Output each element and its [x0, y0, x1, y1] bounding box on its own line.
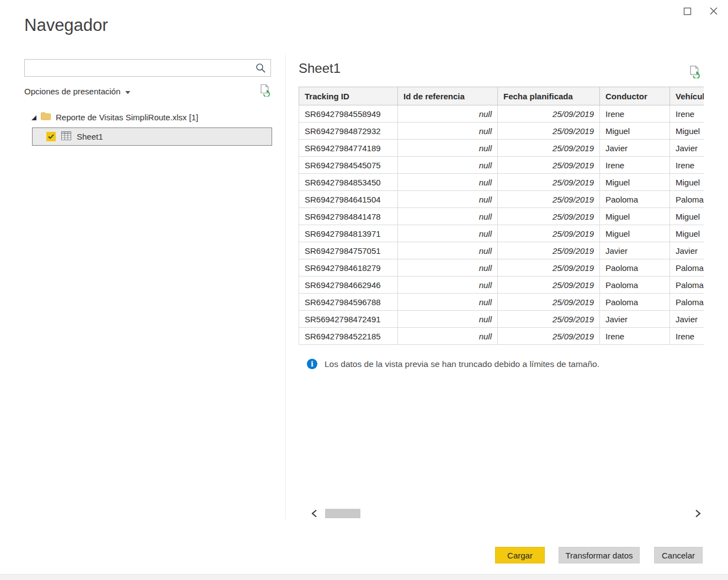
table-cell: null	[398, 105, 498, 123]
table-cell: 25/09/2019	[498, 123, 600, 140]
table-cell: Miguel	[600, 208, 670, 225]
search-icon[interactable]	[255, 62, 267, 76]
column-header[interactable]: Id de referencia	[398, 87, 498, 105]
table-cell: null	[398, 276, 498, 294]
table-cell: null	[398, 123, 498, 140]
tree-item-sheet1[interactable]: Sheet1	[32, 127, 272, 146]
preview-title: Sheet1	[299, 61, 341, 76]
table-cell: Javier	[600, 311, 670, 328]
table-cell: null	[398, 157, 498, 174]
table-cell: 25/09/2019	[498, 328, 600, 345]
table-cell: Javier	[670, 242, 704, 259]
table-row[interactable]: SR69427984774189null25/09/2019JavierJavi…	[299, 140, 704, 157]
horizontal-scrollbar	[299, 508, 703, 519]
table-cell: Paloma	[670, 191, 704, 208]
cancel-button[interactable]: Cancelar	[654, 547, 703, 563]
options-row: Opciones de presentación	[24, 84, 271, 98]
table-cell: Paoloma	[600, 276, 670, 294]
table-cell: null	[398, 225, 498, 242]
dialog-title: Navegador	[24, 15, 108, 35]
table-cell: Irene	[670, 157, 704, 174]
table-row[interactable]: SR69427984872932null25/09/2019MiguelMigu…	[299, 123, 704, 140]
table-row[interactable]: SR69427984618279null25/09/2019PaolomaPal…	[299, 259, 704, 276]
table-cell: 25/09/2019	[498, 259, 600, 276]
table-cell: Javier	[670, 140, 704, 157]
table-cell: 25/09/2019	[498, 105, 600, 123]
table-cell: Paoloma	[600, 294, 670, 311]
bottom-strip	[0, 574, 728, 580]
folder-icon	[41, 112, 51, 122]
table-row[interactable]: SR69427984757051null25/09/2019JavierJavi…	[299, 242, 704, 259]
table-cell: SR69427984757051	[299, 242, 398, 259]
load-button[interactable]: Cargar	[495, 547, 545, 563]
table-cell: SR69427984618279	[299, 259, 398, 276]
scrollbar-track[interactable]	[324, 509, 688, 518]
tree-folder-label: Reporte de Visitas SimpliRoute.xlsx [1]	[56, 113, 198, 122]
table-cell: Javier	[600, 242, 670, 259]
sheet1-checkbox[interactable]	[46, 132, 56, 141]
table-row[interactable]: SR69427984641504null25/09/2019PaolomaPal…	[299, 191, 704, 208]
refresh-source-icon[interactable]	[259, 84, 271, 99]
table-cell: Miguel	[600, 225, 670, 242]
table-cell: Miguel	[600, 123, 670, 140]
table-cell: SR69427984558949	[299, 105, 398, 123]
close-icon[interactable]	[708, 6, 719, 17]
column-header[interactable]: Fecha planificada	[498, 87, 600, 105]
display-options-dropdown[interactable]: Opciones de presentación	[24, 87, 130, 96]
table-row[interactable]: SR69427984662946null25/09/2019PaolomaPal…	[299, 276, 704, 294]
table-cell: null	[398, 208, 498, 225]
table-cell: Paoloma	[600, 259, 670, 276]
table-cell: SR69427984853450	[299, 174, 398, 191]
table-row[interactable]: SR56942798472491null25/09/2019JavierJavi…	[299, 311, 704, 328]
table-cell: SR69427984641504	[299, 191, 398, 208]
table-cell: 25/09/2019	[498, 225, 600, 242]
table-cell: null	[398, 174, 498, 191]
table-cell: Miguel	[670, 208, 704, 225]
table-cell: null	[398, 259, 498, 276]
table-row[interactable]: SR69427984596788null25/09/2019PaolomaPal…	[299, 294, 704, 311]
panel-divider	[285, 55, 286, 519]
table-row[interactable]: SR69427984841478null25/09/2019MiguelMigu…	[299, 208, 704, 225]
scroll-left-icon[interactable]	[309, 508, 320, 519]
table-cell: null	[398, 191, 498, 208]
table-cell: 25/09/2019	[498, 294, 600, 311]
search-box	[24, 59, 271, 77]
table-row[interactable]: SR69427984558949null25/09/2019IreneIrene	[299, 105, 704, 123]
table-cell: Miguel	[670, 123, 704, 140]
table-cell: null	[398, 242, 498, 259]
column-header[interactable]: Conductor	[600, 87, 670, 105]
refresh-preview-icon[interactable]	[689, 65, 701, 81]
navigator-dialog: Navegador Opciones de presentación	[0, 0, 728, 580]
table-cell: Miguel	[670, 174, 704, 191]
maximize-icon[interactable]	[682, 6, 693, 17]
table-cell: null	[398, 140, 498, 157]
scrollbar-thumb[interactable]	[325, 509, 360, 518]
table-cell: 25/09/2019	[498, 157, 600, 174]
preview-table: Tracking IDId de referenciaFecha planifi…	[299, 87, 704, 345]
table-row[interactable]: SR69427984545075null25/09/2019IreneIrene	[299, 157, 704, 174]
truncation-message: Los datos de la vista previa se han trun…	[325, 359, 599, 369]
table-cell: Irene	[600, 105, 670, 123]
table-cell: Paloma	[670, 259, 704, 276]
search-input[interactable]	[25, 60, 270, 76]
table-row[interactable]: SR69427984813971null25/09/2019MiguelMigu…	[299, 225, 704, 242]
table-cell: SR56942798472491	[299, 311, 398, 328]
tree-sheet-label: Sheet1	[77, 132, 103, 141]
table-row[interactable]: SR69427984522185null25/09/2019IreneIrene	[299, 328, 704, 345]
table-cell: SR69427984774189	[299, 140, 398, 157]
table-cell: Irene	[670, 105, 704, 123]
column-header[interactable]: Tracking ID	[299, 87, 398, 105]
truncation-message-row: i Los datos de la vista previa se han tr…	[307, 359, 599, 369]
transform-data-button[interactable]: Transformar datos	[559, 547, 640, 563]
table-cell: Miguel	[670, 225, 704, 242]
table-cell: Paloma	[670, 294, 704, 311]
tree-folder-row[interactable]: Reporte de Visitas SimpliRoute.xlsx [1]	[24, 109, 272, 125]
table-cell: 25/09/2019	[498, 208, 600, 225]
column-header[interactable]: Vehículo	[670, 87, 704, 105]
table-cell: SR69427984841478	[299, 208, 398, 225]
table-row[interactable]: SR69427984853450null25/09/2019MiguelMigu…	[299, 174, 704, 191]
scroll-right-icon[interactable]	[692, 508, 703, 519]
table-cell: 25/09/2019	[498, 311, 600, 328]
expander-icon[interactable]	[31, 113, 36, 122]
table-cell: 25/09/2019	[498, 191, 600, 208]
